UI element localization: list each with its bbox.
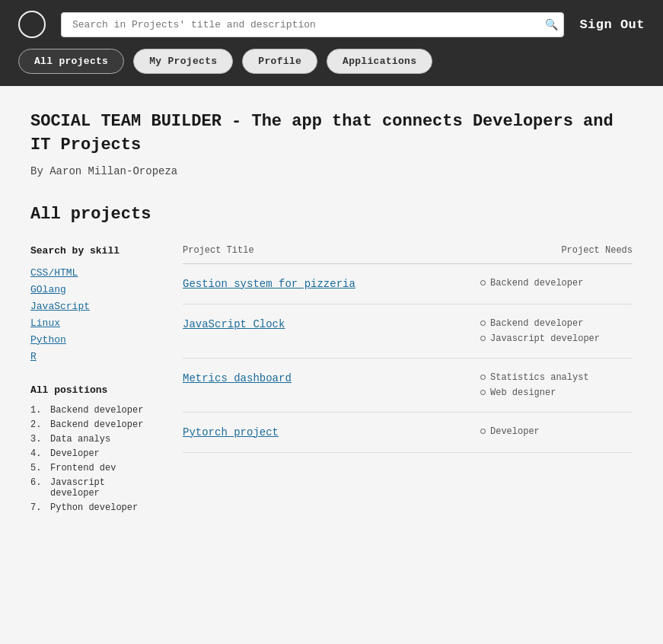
hero-title: SOCIAL TEAM BUILDER - The app that conne… xyxy=(30,110,633,158)
position-number: 3. xyxy=(30,434,46,445)
need-item: Javascript developer xyxy=(480,333,600,344)
search-input[interactable] xyxy=(61,12,564,37)
need-label: Developer xyxy=(490,426,540,437)
project-link-gestion[interactable]: Gestion system for pizzeria xyxy=(183,278,355,290)
position-label: Javascript developer xyxy=(50,477,152,499)
tab-all-projects[interactable]: All projects xyxy=(18,49,124,74)
position-label: Data analys xyxy=(50,434,110,445)
position-number: 5. xyxy=(30,463,46,473)
list-item: CSS/HTML xyxy=(30,266,152,279)
need-item: Backend developer xyxy=(480,318,583,329)
nav-tabs: All projects My Projects Profile Applica… xyxy=(0,49,663,86)
skill-css-html[interactable]: CSS/HTML xyxy=(30,267,78,279)
list-item: GOlang xyxy=(30,282,152,296)
project-needs-gestion: Backend developer xyxy=(480,278,633,289)
col-project-title: Project Title xyxy=(183,245,254,256)
table-row: Pytorch project Developer xyxy=(183,413,633,453)
skill-linux[interactable]: Linux xyxy=(30,317,60,329)
main-content: SOCIAL TEAM BUILDER - The app that conne… xyxy=(0,86,663,541)
positions-section-title: All positions xyxy=(30,384,152,396)
search-bar-container: 🔍 xyxy=(61,12,564,37)
logo-icon xyxy=(18,11,46,38)
position-label: Python developer xyxy=(50,502,138,513)
position-number: 7. xyxy=(30,502,46,513)
need-dot-icon xyxy=(480,375,486,380)
list-item: 4. Developer xyxy=(30,448,152,459)
all-projects-heading: All projects xyxy=(30,205,633,224)
need-item: Developer xyxy=(480,426,540,437)
list-item: JavaScript xyxy=(30,299,152,313)
need-label: Backend developer xyxy=(490,318,583,329)
need-item: Statistics analyst xyxy=(480,372,589,383)
hero-section: SOCIAL TEAM BUILDER - The app that conne… xyxy=(30,110,633,177)
list-item: Linux xyxy=(30,316,152,330)
position-number: 1. xyxy=(30,405,46,416)
hero-author: By Aaron Millan-Oropeza xyxy=(30,165,633,177)
list-item: 1. Backend developer xyxy=(30,405,152,416)
position-label: Backend developer xyxy=(50,419,143,430)
list-item: 2. Backend developer xyxy=(30,419,152,430)
table-row: JavaScript Clock Backend developer Javas… xyxy=(183,304,633,359)
need-item: Backend developer xyxy=(480,278,583,289)
project-needs-metrics: Statistics analyst Web designer xyxy=(480,372,633,398)
skill-python[interactable]: Python xyxy=(30,334,66,346)
projects-table: Project Title Project Needs Gestion syst… xyxy=(183,245,633,517)
list-item: Python xyxy=(30,333,152,346)
need-label: Backend developer xyxy=(490,278,583,289)
table-header: Project Title Project Needs xyxy=(183,245,633,264)
col-project-needs: Project Needs xyxy=(561,245,633,256)
list-item: 3. Data analys xyxy=(30,434,152,445)
list-item: R xyxy=(30,349,152,363)
position-label: Developer xyxy=(50,448,100,459)
sign-out-button[interactable]: Sign Out xyxy=(579,18,645,32)
need-dot-icon xyxy=(480,390,486,395)
project-needs-pytorch: Developer xyxy=(480,426,633,437)
position-label: Backend developer xyxy=(50,405,143,416)
need-item: Web designer xyxy=(480,387,556,398)
search-button[interactable]: 🔍 xyxy=(545,18,558,30)
need-dot-icon xyxy=(480,429,486,434)
list-item: 7. Python developer xyxy=(30,502,152,513)
need-label: Javascript developer xyxy=(490,333,600,344)
project-needs-jsclock: Backend developer Javascript developer xyxy=(480,318,633,344)
list-item: 6. Javascript developer xyxy=(30,477,152,499)
skills-list: CSS/HTML GOlang JavaScript Linux Python … xyxy=(30,266,152,363)
content-grid: Search by skill CSS/HTML GOlang JavaScri… xyxy=(30,245,633,517)
tab-profile[interactable]: Profile xyxy=(242,49,317,74)
skill-javascript[interactable]: JavaScript xyxy=(30,301,90,312)
skill-golang[interactable]: GOlang xyxy=(30,284,66,295)
need-dot-icon xyxy=(480,336,486,341)
project-link-pytorch[interactable]: Pytorch project xyxy=(183,426,279,438)
position-number: 2. xyxy=(30,419,46,430)
list-item: 5. Frontend dev xyxy=(30,463,152,473)
position-label: Frontend dev xyxy=(50,463,116,473)
project-link-metrics[interactable]: Metrics dashboard xyxy=(183,372,292,384)
skills-section-title: Search by skill xyxy=(30,245,152,257)
project-link-jsclock[interactable]: JavaScript Clock xyxy=(183,318,285,330)
tab-applications[interactable]: Applications xyxy=(327,49,432,74)
sidebar: Search by skill CSS/HTML GOlang JavaScri… xyxy=(30,245,152,517)
need-dot-icon xyxy=(480,320,486,326)
position-number: 4. xyxy=(30,448,46,459)
tab-my-projects[interactable]: My Projects xyxy=(133,49,233,74)
table-row: Metrics dashboard Statistics analyst Web… xyxy=(183,359,633,413)
need-dot-icon xyxy=(480,280,486,285)
need-label: Statistics analyst xyxy=(490,372,589,383)
table-row: Gestion system for pizzeria Backend deve… xyxy=(183,264,633,304)
header: 🔍 Sign Out xyxy=(0,0,663,49)
skill-r[interactable]: R xyxy=(30,351,37,362)
position-number: 6. xyxy=(30,477,46,499)
need-label: Web designer xyxy=(490,387,556,398)
positions-list: 1. Backend developer 2. Backend develope… xyxy=(30,405,152,513)
